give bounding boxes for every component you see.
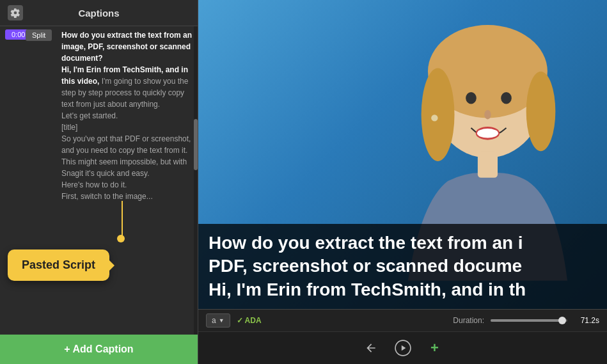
svg-point-8	[477, 129, 498, 138]
split-button[interactable]: Split	[26, 29, 52, 41]
ada-checkmark: ✓	[237, 316, 243, 325]
caption-style-dropdown-icon: ▼	[219, 317, 225, 324]
subtitle-line1: How do you extract the text from an i	[209, 232, 597, 255]
tooltip-bubble: Pasted Script	[8, 249, 109, 281]
svg-point-3	[526, 72, 555, 152]
tooltip-label: Pasted Script	[22, 258, 95, 271]
add-forward-icon: +	[430, 340, 439, 356]
duration-label: Duration:	[453, 316, 484, 325]
captions-list[interactable]: 0:00:00;00 Split How do you extract the …	[0, 26, 198, 335]
scroll-thumb	[194, 119, 198, 170]
svg-rect-9	[478, 151, 498, 178]
slider-knob[interactable]	[558, 317, 566, 324]
subtitle-line3: Hi, I'm Erin from TechSmith, and in th	[209, 278, 597, 301]
caption-rest-text: I'm going to show you the step by step p…	[61, 77, 191, 201]
play-pause-button[interactable]	[392, 337, 414, 359]
back-button[interactable]	[360, 337, 382, 359]
ada-label: ADA	[245, 316, 262, 325]
main-layout: Captions 0:00:00;00 Split How do you ext…	[0, 0, 607, 364]
svg-point-4	[466, 92, 477, 104]
settings-icon[interactable]	[8, 5, 23, 20]
panel-header: Captions	[0, 0, 198, 26]
connector-line	[122, 201, 123, 239]
duration-value: 71.2s	[574, 316, 599, 325]
add-caption-button[interactable]: + Add Caption	[0, 335, 198, 364]
back-icon	[365, 342, 377, 354]
caption-style-button[interactable]: a ▼	[206, 313, 230, 328]
scroll-indicator	[194, 26, 198, 335]
panel-title: Captions	[78, 8, 119, 19]
subtitle-line2: PDF, screenshot or scanned docume	[209, 255, 597, 278]
svg-point-6	[484, 110, 491, 120]
video-area: How do you extract the text from an i PD…	[198, 0, 607, 364]
caption-entry-text: How do you extract the text from an imag…	[61, 29, 193, 202]
play-pause-icon	[395, 340, 411, 356]
video-background: How do you extract the text from an i PD…	[198, 0, 607, 309]
controls-right: Duration: 71.2s	[453, 316, 599, 325]
nav-controls: +	[198, 331, 607, 364]
duration-slider[interactable]	[491, 319, 567, 322]
connector-dot	[117, 235, 125, 242]
ada-badge: ✓ ADA	[237, 316, 262, 325]
caption-style-label: a	[212, 316, 216, 325]
forward-button[interactable]: +	[424, 337, 446, 359]
svg-point-10	[431, 115, 438, 121]
slider-track	[491, 319, 567, 322]
captions-panel: Captions 0:00:00;00 Split How do you ext…	[0, 0, 198, 364]
subtitle-overlay: How do you extract the text from an i PD…	[198, 224, 607, 309]
video-controls-bar: a ▼ ✓ ADA Duration: 71.2s	[198, 309, 607, 331]
slider-fill	[491, 319, 560, 322]
video-frame: How do you extract the text from an i PD…	[198, 0, 607, 309]
caption-entry-left: 0:00:00;00 Split	[5, 29, 56, 202]
caption-bold-text: How do you extract the text from an imag…	[61, 31, 192, 63]
svg-point-2	[421, 68, 454, 161]
caption-item[interactable]: 0:00:00;00 Split How do you extract the …	[0, 26, 198, 205]
svg-point-5	[501, 92, 512, 104]
controls-left: a ▼ ✓ ADA	[206, 313, 262, 328]
